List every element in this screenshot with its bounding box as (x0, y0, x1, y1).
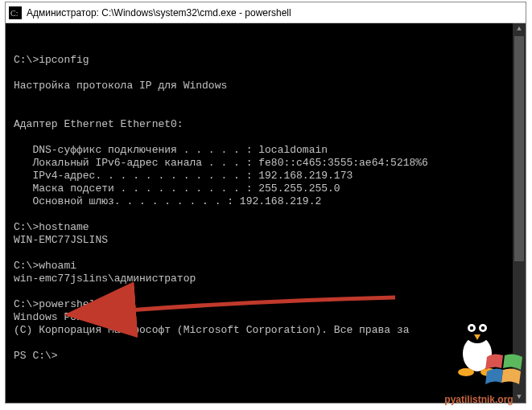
titlebar[interactable]: C: Администратор: C:\Windows\system32\cm… (6, 2, 526, 23)
svg-point-9 (481, 326, 485, 330)
terminal-line: Основной шлюз. . . . . . . . . : 192.168… (14, 195, 519, 208)
terminal-line: IPv4-адрес. . . . . . . . . . . . : 192.… (14, 170, 519, 182)
terminal-line (14, 92, 519, 105)
svg-point-8 (470, 326, 473, 330)
window-title: Администратор: C:\Windows\system32\cmd.e… (27, 7, 291, 18)
terminal-line (14, 247, 519, 260)
scroll-up-icon[interactable]: ▲ (513, 23, 526, 35)
terminal-line: C:\>ipconfig (14, 54, 519, 67)
terminal-line: Маска подсети . . . . . . . . . . : 255.… (14, 182, 519, 195)
watermark-badge: pyatilistnik.org (431, 312, 527, 407)
terminal-line: Адаптер Ethernet Ethernet0: (14, 118, 519, 131)
terminal-line (14, 105, 519, 118)
terminal-line: win-emc77jslins\администратор (14, 273, 519, 285)
scrollbar-thumb[interactable] (514, 36, 524, 261)
windows-flag-icon (485, 352, 524, 387)
cmd-icon: C: (9, 6, 22, 19)
svg-point-11 (458, 368, 474, 376)
watermark-text: pyatilistnik.org (431, 394, 527, 405)
terminal-line (14, 285, 519, 298)
terminal-line (14, 131, 519, 144)
terminal-line: C:\>whoami (14, 260, 519, 273)
terminal-line: C:\>hostname (14, 221, 519, 234)
svg-text:C:: C: (10, 9, 18, 18)
terminal-line: Настройка протокола IP для Windows (14, 80, 519, 92)
terminal-line (14, 67, 519, 80)
terminal-line: WIN-EMC77JSLINS (14, 234, 519, 247)
terminal-line: C:\>powershell (14, 298, 519, 311)
terminal-line: DNS-суффикс подключения . . . . . : loca… (14, 144, 519, 157)
terminal-line (14, 208, 519, 221)
terminal-line: Локальный IPv6-адрес канала . . . : fe80… (14, 157, 519, 170)
